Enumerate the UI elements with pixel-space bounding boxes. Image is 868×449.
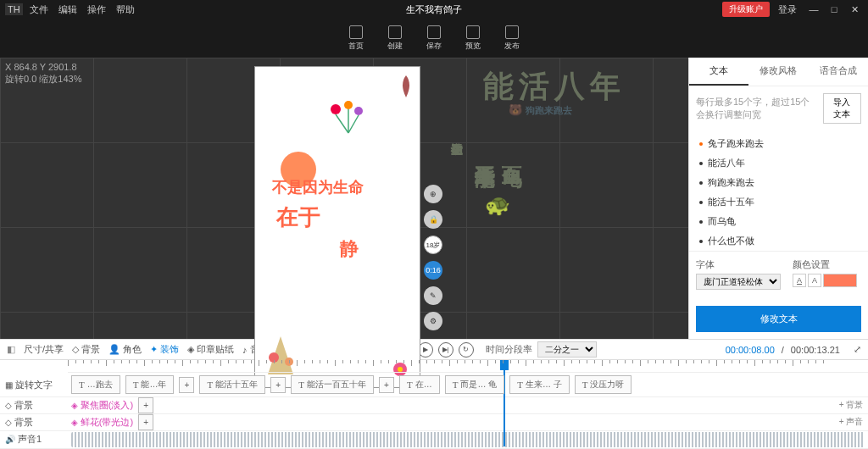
add-text-clip[interactable]: + <box>379 377 394 393</box>
bb-decor[interactable]: ✦ 装饰 <box>150 343 179 356</box>
toolbar-publish[interactable]: 发布 <box>504 25 520 52</box>
bg-text-sub: 🐻 狗跑来跑去 <box>509 103 572 117</box>
font-select[interactable]: 庞门正道轻松体 <box>696 274 781 290</box>
bg-clip-1[interactable]: ◈ 聚焦圈(淡入) <box>71 399 133 412</box>
bg-text-title: 能活八年 <box>483 66 626 108</box>
next-button[interactable]: ▶| <box>438 342 453 358</box>
app-logo: TH <box>5 3 23 15</box>
hint-text: 每行最多15个字，超过15个会换行调整问宽 <box>696 96 818 121</box>
text-clip[interactable]: T 在… <box>399 375 440 394</box>
text-clip[interactable]: T 没压力呀 <box>575 375 632 394</box>
text-line-item[interactable]: 狗跑来跑去 <box>689 173 868 192</box>
add-text-clip[interactable]: + <box>179 377 194 393</box>
canvas-text-2[interactable]: 在于 <box>276 202 320 232</box>
svg-point-1 <box>344 101 353 109</box>
toolbar-home[interactable]: 首页 <box>348 25 364 52</box>
text-line-item[interactable]: 能活十五年 <box>689 192 868 212</box>
bb-stamp[interactable]: ◈ 印章贴纸 <box>187 343 234 356</box>
edit-button[interactable]: ✎ <box>424 286 442 305</box>
text-clip[interactable]: T 生来… 子 <box>509 375 570 394</box>
turtle-icon: 🐢 <box>485 193 510 217</box>
scale-select[interactable]: 二分之一 <box>537 341 597 358</box>
scale-label: 时间分段率 <box>486 343 532 356</box>
text-color-b[interactable]: A <box>808 274 821 287</box>
flowers-decoration <box>323 92 374 135</box>
tab-tts[interactable]: 语音合成 <box>809 58 868 86</box>
text-line-item[interactable]: 而乌龟 <box>689 212 868 231</box>
toolbar-plus[interactable]: 创建 <box>387 25 403 52</box>
timeline-ruler[interactable] <box>68 360 868 373</box>
import-text-button[interactable]: 导入文本 <box>823 93 861 124</box>
upgrade-button[interactable]: 升级账户 <box>722 2 770 17</box>
artboard[interactable]: 不是因为生命 在于 静 <box>254 66 420 388</box>
lock-button[interactable]: 🔒 <box>424 210 442 229</box>
text-clip[interactable]: T 能活十五年 <box>199 375 265 394</box>
font-label: 字体 <box>696 258 781 271</box>
track-text-label[interactable]: ▦ 旋转文字 <box>0 379 68 391</box>
menu-help[interactable]: 帮助 <box>116 3 135 16</box>
text-clip[interactable]: T …跑去 <box>71 375 120 394</box>
leaf-corner-icon <box>398 74 415 99</box>
track-audio-label[interactable]: 🔊 声音1 <box>0 433 68 446</box>
toolbar-save[interactable]: 保存 <box>426 25 442 52</box>
text-clip[interactable]: T 而是… 龟 <box>445 375 505 394</box>
tab-text[interactable]: 文本 <box>689 58 748 86</box>
add-bg-button[interactable]: + 背景 <box>834 399 868 411</box>
text-clip[interactable]: T 能…年 <box>125 375 175 394</box>
time-current: 00:00:08.00 <box>726 345 775 355</box>
close-button[interactable]: ✕ <box>846 4 863 15</box>
bb-role[interactable]: 👤 角色 <box>108 343 142 356</box>
track-bg1-label[interactable]: ◇ 背景 <box>0 399 68 412</box>
text-line-item[interactable]: 能活八年 <box>689 153 868 173</box>
text-line-item[interactable]: 什么也不做 <box>689 231 868 251</box>
audio-waveform[interactable] <box>71 432 865 447</box>
time-total: 00:00:13.21 <box>791 345 840 355</box>
svg-point-0 <box>331 104 341 114</box>
time-sep: / <box>782 345 784 355</box>
menu-edit[interactable]: 编辑 <box>58 3 77 16</box>
add-clip-1[interactable]: + <box>138 397 153 413</box>
coordinates-readout: X 864.8 Y 2901.8 旋转0.0 缩放143% <box>5 61 81 86</box>
age-badge[interactable]: 18岁 <box>424 236 442 254</box>
add-audio-button[interactable]: + 声音 <box>834 416 868 428</box>
bg-clip-2[interactable]: ◈ 鲜花(带光边) <box>71 416 133 429</box>
color-label: 颜色设置 <box>793 258 857 271</box>
track-bg2-label[interactable]: ◇ 背景 <box>0 416 68 429</box>
toolbar-preview[interactable]: 预览 <box>465 25 481 52</box>
tab-style[interactable]: 修改风格 <box>748 58 808 86</box>
color-swatch[interactable] <box>823 274 857 287</box>
maximize-button[interactable]: □ <box>826 4 843 14</box>
expand-icon[interactable]: ⤢ <box>854 344 861 355</box>
login-link[interactable]: 登录 <box>778 3 797 16</box>
menu-action[interactable]: 操作 <box>87 3 106 16</box>
settings-button[interactable]: ⚙ <box>424 312 442 330</box>
minimize-button[interactable]: — <box>805 4 822 14</box>
time-badge[interactable]: 0:16 <box>424 261 442 280</box>
canvas-text-1[interactable]: 不是因为生命 <box>272 177 364 197</box>
add-clip-2[interactable]: + <box>138 414 153 430</box>
bb-size[interactable]: 尺寸/共享 <box>24 343 64 356</box>
add-text-clip[interactable]: + <box>270 377 286 393</box>
text-clip[interactable]: T 能活一百五十年 <box>291 375 374 394</box>
fit-button[interactable]: ⊕ <box>424 185 442 203</box>
playhead[interactable] <box>500 360 509 370</box>
canvas-text-3[interactable]: 静 <box>340 236 359 262</box>
svg-point-2 <box>354 107 363 115</box>
bb-bg[interactable]: ◇ 背景 <box>72 343 100 356</box>
menu-file[interactable]: 文件 <box>30 3 48 16</box>
apply-text-button[interactable]: 修改文本 <box>696 306 861 332</box>
loop-button[interactable]: ↻ <box>459 342 474 358</box>
canvas-area[interactable]: X 864.8 Y 2901.8 旋转0.0 缩放143% 能活八年 🐻 狗跑来… <box>0 58 688 339</box>
text-color-a[interactable]: A <box>793 274 806 287</box>
text-line-item[interactable]: 兔子跑来跑去 <box>689 134 868 153</box>
document-title: 生不我有鸽子 <box>406 3 462 16</box>
